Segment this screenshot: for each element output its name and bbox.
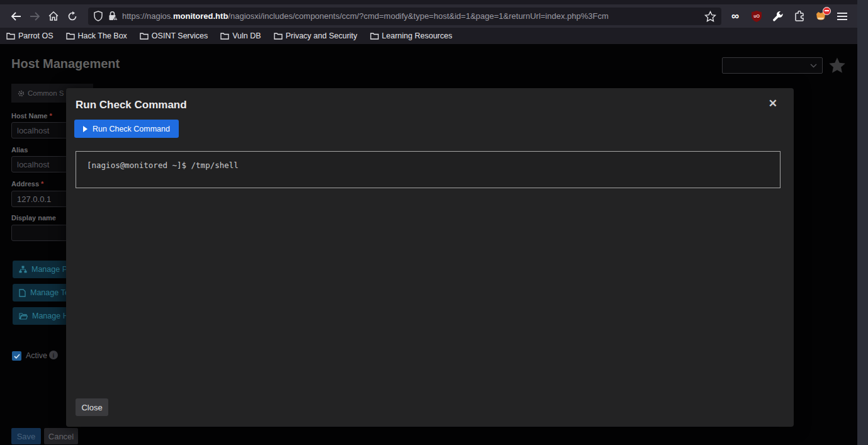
home-button[interactable] <box>44 8 63 25</box>
back-arrow-icon <box>12 13 21 20</box>
svg-text:uO: uO <box>753 14 760 18</box>
reload-icon <box>67 11 77 21</box>
modal-title: Run Check Command <box>76 99 187 111</box>
page-title: Host Management <box>11 57 120 71</box>
bookmarks-bar: Parrot OS Hack The Box OSINT Services Vu… <box>0 28 857 44</box>
save-button[interactable]: Save <box>11 428 41 444</box>
info-icon: i <box>49 351 58 359</box>
bookmark-parrot-os[interactable]: Parrot OS <box>6 31 54 40</box>
sitemap-icon <box>19 266 27 273</box>
url-text: https://nagios.monitored.htb/nagiosxi/in… <box>122 11 704 21</box>
host-name-label: Host Name * <box>11 112 52 120</box>
extensions-puzzle-icon[interactable] <box>791 8 808 25</box>
run-check-command-modal: Run Check Command ✕ Run Check Command [n… <box>66 88 794 427</box>
bookmark-vuln-db[interactable]: Vuln DB <box>220 31 261 40</box>
lock-warning-icon[interactable] <box>108 11 118 21</box>
play-icon <box>83 126 87 132</box>
chevron-down-icon <box>810 64 817 68</box>
folder-icon <box>370 32 379 40</box>
screen: https://nagios.monitored.htb/nagiosxi/in… <box>0 0 868 445</box>
folder-open-icon <box>19 312 28 320</box>
menu-button[interactable] <box>833 8 851 25</box>
folder-icon <box>274 32 283 40</box>
active-checkbox[interactable] <box>12 351 21 361</box>
cancel-button[interactable]: Cancel <box>44 428 78 444</box>
alias-label: Alias <box>11 146 28 154</box>
check-icon <box>14 354 20 359</box>
bookmark-star-icon[interactable] <box>704 11 716 22</box>
gear-icon <box>18 90 25 97</box>
active-label: Active <box>26 351 47 360</box>
url-bar[interactable]: https://nagios.monitored.htb/nagiosxi/in… <box>88 8 721 25</box>
address-label: Address * <box>11 180 43 188</box>
required-marker: * <box>50 112 52 120</box>
modal-close-icon[interactable]: ✕ <box>769 97 777 110</box>
tracking-shield-icon[interactable] <box>93 11 103 21</box>
extension-icons: ∞ uO <box>726 8 851 25</box>
folder-icon <box>220 32 229 40</box>
folder-icon <box>6 32 15 40</box>
folder-icon <box>66 32 75 40</box>
infinity-extension-icon[interactable]: ∞ <box>726 8 744 25</box>
hamburger-menu-icon <box>837 13 847 20</box>
home-icon <box>48 11 59 21</box>
wrench-extension-icon[interactable] <box>769 8 787 25</box>
window-top-strip <box>0 0 857 4</box>
foxyproxy-icon[interactable] <box>812 8 830 25</box>
forward-arrow-icon <box>30 13 39 20</box>
bookmark-osint-services[interactable]: OSINT Services <box>140 31 208 40</box>
command-output-box[interactable]: [nagios@monitored ~]$ /tmp/shell <box>76 151 781 188</box>
folder-icon <box>140 32 149 40</box>
reload-button[interactable] <box>63 8 82 25</box>
foxyproxy-disabled-badge <box>823 7 831 15</box>
terminal-output: [nagios@monitored ~]$ /tmp/shell <box>76 152 780 170</box>
ublock-origin-icon[interactable]: uO <box>748 8 765 25</box>
required-marker: * <box>41 180 43 188</box>
run-check-command-button[interactable]: Run Check Command <box>74 120 179 138</box>
window-right-strip[interactable] <box>857 0 868 445</box>
back-button[interactable] <box>6 8 25 25</box>
display-name-label: Display name <box>11 214 56 222</box>
bookmark-privacy-security[interactable]: Privacy and Security <box>274 31 358 40</box>
modal-close-button[interactable]: Close <box>76 398 108 416</box>
favorite-star-icon[interactable] <box>828 57 846 76</box>
forward-button[interactable] <box>25 8 44 25</box>
bookmark-hack-the-box[interactable]: Hack The Box <box>66 31 127 40</box>
favorites-dropdown[interactable] <box>722 57 823 74</box>
bookmark-learning-resources[interactable]: Learning Resources <box>370 31 453 40</box>
file-icon <box>19 289 26 297</box>
browser-toolbar: https://nagios.monitored.htb/nagiosxi/in… <box>0 4 857 28</box>
